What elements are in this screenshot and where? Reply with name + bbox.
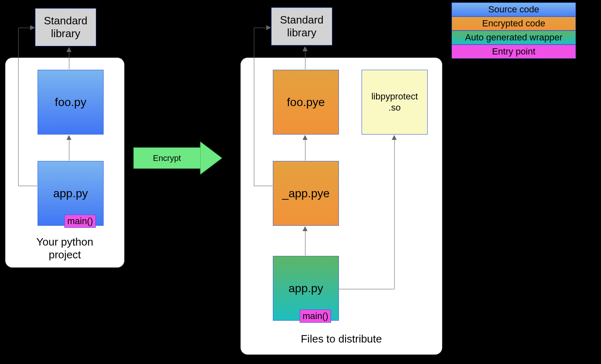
arrowhead-r-app-appenc <box>303 226 308 231</box>
legend-entry: Entry point <box>452 45 576 59</box>
arrow-app-stdlib-v <box>18 28 19 186</box>
left-container: foo.py app.py main() Your python project <box>5 57 125 268</box>
encrypt-arrow: Encrypt <box>133 142 222 175</box>
left-main-badge: main() <box>64 215 96 228</box>
arrow-r-appenc-stdlib-h2 <box>254 28 266 28</box>
arrow-r-app-appenc <box>305 230 305 255</box>
right-lib-label: libpyprotect .so <box>371 91 418 113</box>
arrow-r-app-lib-h <box>338 289 394 289</box>
arrowhead-r-app-lib <box>392 135 397 140</box>
legend-encrypted: Encrypted code <box>452 17 576 31</box>
encrypt-arrow-body: Encrypt <box>133 147 201 169</box>
left-caption: Your python project <box>5 236 124 261</box>
right-container: foo.pye _app.pye app.py main() libpyprot… <box>240 57 442 355</box>
left-stdlib-box: Standard library <box>35 8 96 46</box>
right-main-badge: main() <box>300 310 331 323</box>
right-main-label: main() <box>303 311 328 321</box>
right-lib-box: libpyprotect .so <box>362 70 428 135</box>
arrow-r-foo-stdlib <box>305 51 305 69</box>
arrow-r-appenc-stdlib-v <box>254 28 254 186</box>
svg-marker-0 <box>200 142 222 175</box>
arrowhead-app-stdlib <box>30 25 35 30</box>
left-foo-box: foo.py <box>38 70 104 135</box>
arrow-app-stdlib-h2 <box>18 28 30 28</box>
arrow-r-app-lib-v <box>394 139 395 289</box>
left-foo-label: foo.py <box>55 96 86 109</box>
left-stdlib-label: Standard library <box>44 14 88 40</box>
right-stdlib-box: Standard library <box>271 7 332 45</box>
arrowhead-r-foo-stdlib <box>303 46 308 51</box>
right-app-label: app.py <box>289 282 323 295</box>
left-main-label: main() <box>67 216 93 226</box>
arrow-app-stdlib-h <box>18 186 37 186</box>
left-app-label: app.py <box>53 187 88 200</box>
encrypt-arrow-label: Encrypt <box>153 154 181 163</box>
legend-wrapper: Auto generated wrapper <box>452 31 576 45</box>
arrow-r-appenc-foo <box>305 139 305 161</box>
arrow-r-appenc-stdlib-h <box>254 186 272 186</box>
arrowhead-r-appenc-stdlib <box>266 25 271 30</box>
right-foo-box: foo.pye <box>273 70 339 135</box>
legend-source: Source code <box>452 2 576 17</box>
right-app-enc-label: _app.pye <box>282 187 329 200</box>
right-caption: Files to distribute <box>241 333 442 345</box>
right-stdlib-label: Standard library <box>280 14 324 39</box>
right-foo-label: foo.pye <box>287 96 325 109</box>
arrowhead-foo-stdlib <box>66 47 71 52</box>
encrypt-arrow-head-icon <box>200 142 223 175</box>
arrowhead-r-appenc-foo <box>303 135 308 140</box>
arrow-app-foo <box>69 139 69 161</box>
right-app-enc-box: _app.pye <box>273 161 339 226</box>
legend-box: Source code Encrypted code Auto generate… <box>451 2 576 59</box>
arrowhead-app-foo <box>66 135 71 140</box>
arrow-foo-stdlib <box>69 52 69 69</box>
